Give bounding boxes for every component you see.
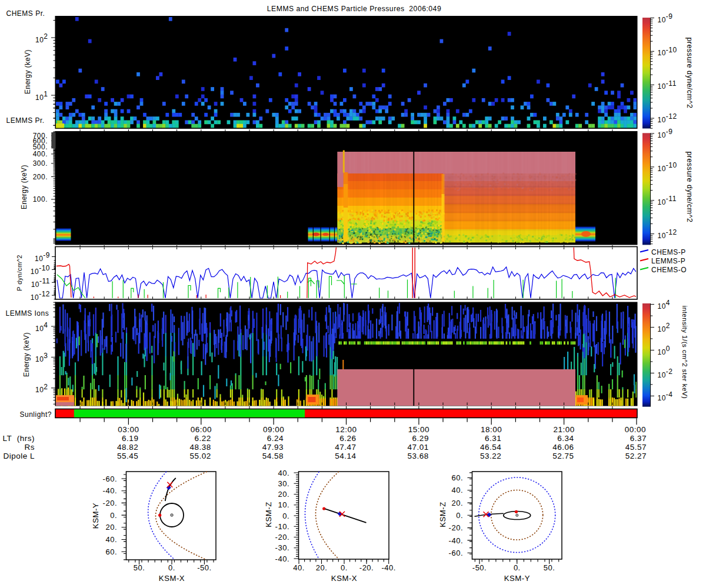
svg-text:-20.: -20. <box>103 499 117 507</box>
svg-text:-40.: -40. <box>275 554 289 563</box>
svg-text:-30.: -30. <box>275 543 289 552</box>
svg-text:pressure dyne/cm^2: pressure dyne/cm^2 <box>685 151 694 222</box>
svg-text:KSM-Y: KSM-Y <box>504 574 530 583</box>
svg-text:53.22: 53.22 <box>480 452 501 460</box>
svg-text:21:00: 21:00 <box>553 425 574 434</box>
svg-text:P dyn/cm^2: P dyn/cm^2 <box>16 255 23 291</box>
svg-text:6.19: 6.19 <box>122 434 138 443</box>
svg-text:0.: 0. <box>110 511 117 520</box>
svg-text:CHEMS-P: CHEMS-P <box>651 248 686 256</box>
svg-text:40.: 40. <box>278 469 289 477</box>
svg-text:300.: 300. <box>33 159 48 168</box>
svg-text:20.: 20. <box>105 523 117 532</box>
svg-text:LEMMS Ions: LEMMS Ions <box>6 309 49 318</box>
svg-text:-10.: -10. <box>275 522 289 531</box>
svg-text:-40.: -40. <box>381 563 395 572</box>
svg-text:55.02: 55.02 <box>190 452 211 460</box>
svg-text:45.57: 45.57 <box>625 443 647 452</box>
svg-text:0.: 0. <box>168 563 175 572</box>
svg-text:6.34: 6.34 <box>557 434 574 443</box>
svg-text:Energy (keV): Energy (keV) <box>24 49 32 94</box>
svg-text:47.01: 47.01 <box>408 443 429 452</box>
svg-text:20.: 20. <box>316 563 328 572</box>
svg-text:6.29: 6.29 <box>412 434 429 443</box>
svg-text:6.37: 6.37 <box>630 434 647 443</box>
svg-text:Rs: Rs <box>25 443 35 452</box>
svg-text:LEMMS and CHEMS Particle Press: LEMMS and CHEMS Particle Pressures 2006:… <box>267 5 441 13</box>
svg-text:100.: 100. <box>33 195 48 203</box>
svg-text:48.82: 48.82 <box>117 443 138 452</box>
svg-text:Dipole L: Dipole L <box>3 452 35 460</box>
svg-text:6.26: 6.26 <box>339 434 356 443</box>
svg-text:20.: 20. <box>451 499 463 507</box>
svg-text:46.06: 46.06 <box>552 443 574 452</box>
svg-text:06:00: 06:00 <box>191 425 212 434</box>
svg-text:10.: 10. <box>278 500 289 509</box>
svg-text:KSM-Y: KSM-Y <box>91 503 100 529</box>
svg-text:intensity 1/(s cm^2 ster keV): intensity 1/(s cm^2 ster keV) <box>681 306 688 399</box>
svg-text:18:00: 18:00 <box>481 425 502 434</box>
svg-text:30.: 30. <box>278 479 289 488</box>
svg-text:15:00: 15:00 <box>408 425 429 434</box>
svg-text:0.: 0. <box>341 563 348 572</box>
svg-text:-40.: -40. <box>103 486 117 495</box>
svg-text:LT (hrs): LT (hrs) <box>3 434 35 443</box>
svg-text:KSM-Z: KSM-Z <box>264 502 273 527</box>
svg-text:LEMMS Pr.: LEMMS Pr. <box>6 116 45 125</box>
svg-text:-50.: -50. <box>197 563 211 572</box>
svg-text:Sunlight?: Sunlight? <box>19 410 52 419</box>
svg-text:CHEMS Pr.: CHEMS Pr. <box>6 9 45 18</box>
svg-text:54.14: 54.14 <box>335 452 356 460</box>
svg-text:200.: 200. <box>33 173 48 181</box>
svg-text:40.: 40. <box>105 535 117 544</box>
svg-text:54.58: 54.58 <box>262 452 284 460</box>
svg-text:52.75: 52.75 <box>552 452 574 460</box>
svg-text:50.: 50. <box>134 563 145 572</box>
svg-text:KSM-X: KSM-X <box>331 574 357 583</box>
svg-text:KSM-Z: KSM-Z <box>438 502 447 527</box>
svg-text:20.: 20. <box>278 490 289 499</box>
svg-text:-60.: -60. <box>103 475 117 483</box>
svg-text:03:00: 03:00 <box>118 425 139 434</box>
svg-text:400.: 400. <box>33 150 48 158</box>
svg-text:6.22: 6.22 <box>195 434 211 443</box>
svg-text:0.: 0. <box>282 512 289 520</box>
svg-text:6.31: 6.31 <box>485 434 501 443</box>
svg-text:47.93: 47.93 <box>262 443 284 452</box>
svg-text:KSM-X: KSM-X <box>159 574 185 583</box>
svg-text:-20.: -20. <box>449 523 463 532</box>
svg-text:-60.: -60. <box>449 549 463 557</box>
svg-text:52.27: 52.27 <box>625 452 647 460</box>
svg-text:47.47: 47.47 <box>335 443 356 452</box>
svg-text:Energy (keV): Energy (keV) <box>20 165 28 209</box>
svg-text:46.54: 46.54 <box>480 443 501 452</box>
svg-text:-40.: -40. <box>449 536 463 545</box>
svg-text:48.38: 48.38 <box>190 443 211 452</box>
svg-text:53.68: 53.68 <box>408 452 429 460</box>
svg-text:12:00: 12:00 <box>335 425 357 434</box>
svg-text:40.: 40. <box>451 486 463 495</box>
svg-text:40.: 40. <box>293 563 305 572</box>
svg-text:00:00: 00:00 <box>625 425 646 434</box>
svg-text:0.: 0. <box>456 511 463 520</box>
svg-text:60.: 60. <box>451 473 463 482</box>
svg-text:60.: 60. <box>105 547 117 556</box>
svg-text:Energy (keV): Energy (keV) <box>22 332 31 377</box>
svg-text:CHEMS-O: CHEMS-O <box>651 266 687 274</box>
svg-text:0.: 0. <box>514 563 521 572</box>
svg-text:09:00: 09:00 <box>263 425 284 434</box>
svg-text:6.24: 6.24 <box>267 434 284 443</box>
svg-text:LEMMS-P: LEMMS-P <box>651 257 685 265</box>
svg-text:-50.: -50. <box>472 563 487 572</box>
svg-text:55.45: 55.45 <box>117 452 138 460</box>
svg-text:-20.: -20. <box>275 533 289 542</box>
svg-text:50.: 50. <box>544 563 555 572</box>
svg-text:-20.: -20. <box>359 563 374 572</box>
svg-text:pressure dyne/cm^2: pressure dyne/cm^2 <box>685 37 694 108</box>
